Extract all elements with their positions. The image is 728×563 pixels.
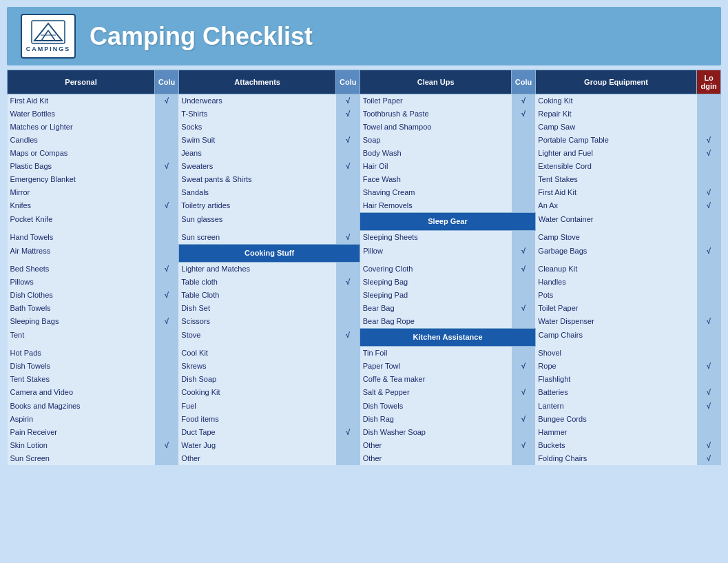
group-check[interactable] <box>697 426 721 439</box>
attach-check[interactable] <box>336 413 360 426</box>
cleanup-check[interactable] <box>512 173 536 186</box>
cleanup-check[interactable]: √ <box>512 263 536 276</box>
personal-check[interactable] <box>155 386 179 399</box>
group-check[interactable] <box>697 108 721 121</box>
attach-check[interactable] <box>336 400 360 413</box>
attach-check[interactable] <box>336 121 360 134</box>
cleanup-check[interactable] <box>512 289 536 302</box>
personal-check[interactable] <box>155 452 179 465</box>
group-check[interactable]: √ <box>697 199 721 213</box>
personal-check[interactable] <box>155 108 179 121</box>
cleanup-check[interactable] <box>512 134 536 147</box>
group-check[interactable] <box>697 231 721 245</box>
personal-check[interactable] <box>155 213 179 231</box>
personal-check[interactable] <box>155 373 179 386</box>
cleanup-check[interactable]: √ <box>512 439 536 452</box>
group-check[interactable] <box>697 94 721 108</box>
cleanup-check[interactable] <box>512 121 536 134</box>
personal-check[interactable] <box>155 245 179 263</box>
group-check[interactable] <box>697 329 721 347</box>
personal-check[interactable] <box>155 276 179 289</box>
personal-check[interactable] <box>155 134 179 147</box>
cleanup-check[interactable] <box>512 147 536 160</box>
group-check[interactable] <box>697 302 721 315</box>
personal-check[interactable]: √ <box>155 160 179 173</box>
personal-check[interactable] <box>155 121 179 134</box>
attach-check[interactable]: √ <box>336 426 360 439</box>
personal-check[interactable]: √ <box>155 263 179 276</box>
attach-check[interactable] <box>336 173 360 186</box>
group-check[interactable]: √ <box>697 315 721 329</box>
group-check[interactable] <box>697 173 721 186</box>
personal-check[interactable] <box>155 413 179 426</box>
group-check[interactable] <box>697 347 721 360</box>
group-check[interactable]: √ <box>697 134 721 147</box>
group-check[interactable] <box>697 289 721 302</box>
cleanup-check[interactable] <box>512 160 536 173</box>
group-check[interactable]: √ <box>697 360 721 373</box>
group-check[interactable] <box>697 276 721 289</box>
attach-check[interactable] <box>336 199 360 213</box>
cleanup-check[interactable]: √ <box>512 108 536 121</box>
attach-check[interactable]: √ <box>336 94 360 108</box>
personal-check[interactable]: √ <box>155 289 179 302</box>
group-check[interactable]: √ <box>697 186 721 199</box>
personal-check[interactable] <box>155 329 179 347</box>
personal-check[interactable] <box>155 173 179 186</box>
personal-check[interactable] <box>155 426 179 439</box>
group-check[interactable]: √ <box>697 147 721 160</box>
cleanup-check[interactable] <box>512 231 536 245</box>
attach-check[interactable] <box>336 147 360 160</box>
attach-check[interactable] <box>336 302 360 315</box>
cleanup-check[interactable]: √ <box>512 360 536 373</box>
attach-check[interactable] <box>336 373 360 386</box>
personal-check[interactable]: √ <box>155 439 179 452</box>
group-check[interactable]: √ <box>697 245 721 263</box>
cleanup-check[interactable] <box>512 426 536 439</box>
cleanup-check[interactable]: √ <box>512 302 536 315</box>
group-check[interactable] <box>697 263 721 276</box>
attach-check[interactable] <box>336 439 360 452</box>
personal-check[interactable] <box>155 302 179 315</box>
cleanup-check[interactable] <box>512 373 536 386</box>
group-check[interactable]: √ <box>697 439 721 452</box>
personal-check[interactable] <box>155 347 179 360</box>
cleanup-check[interactable]: √ <box>512 245 536 263</box>
group-check[interactable] <box>697 213 721 231</box>
group-check[interactable] <box>697 121 721 134</box>
cleanup-check[interactable] <box>512 400 536 413</box>
personal-check[interactable] <box>155 360 179 373</box>
personal-check[interactable]: √ <box>155 94 179 108</box>
cleanup-check[interactable] <box>512 276 536 289</box>
cleanup-check[interactable] <box>512 186 536 199</box>
attach-check[interactable]: √ <box>336 231 360 245</box>
cleanup-check[interactable]: √ <box>512 94 536 108</box>
attach-check[interactable]: √ <box>336 108 360 121</box>
group-check[interactable]: √ <box>697 400 721 413</box>
attach-check[interactable] <box>336 213 360 231</box>
attach-check[interactable]: √ <box>336 160 360 173</box>
personal-check[interactable]: √ <box>155 315 179 329</box>
cleanup-check[interactable] <box>512 452 536 465</box>
attach-check[interactable] <box>336 289 360 302</box>
cleanup-check[interactable] <box>512 315 536 329</box>
personal-check[interactable] <box>155 400 179 413</box>
attach-check[interactable]: √ <box>336 329 360 347</box>
cleanup-check[interactable]: √ <box>512 413 536 426</box>
personal-check[interactable] <box>155 186 179 199</box>
attach-check[interactable] <box>336 360 360 373</box>
group-check[interactable] <box>697 413 721 426</box>
attach-check[interactable]: √ <box>336 134 360 147</box>
group-check[interactable]: √ <box>697 386 721 399</box>
cleanup-check[interactable] <box>512 199 536 213</box>
personal-check[interactable]: √ <box>155 199 179 213</box>
attach-check[interactable] <box>336 386 360 399</box>
attach-check[interactable]: √ <box>336 276 360 289</box>
personal-check[interactable] <box>155 231 179 245</box>
group-check[interactable]: √ <box>697 452 721 465</box>
attach-check[interactable] <box>336 347 360 360</box>
attach-check[interactable] <box>336 315 360 329</box>
cleanup-check[interactable]: √ <box>512 386 536 399</box>
cleanup-check[interactable] <box>512 347 536 360</box>
group-check[interactable] <box>697 160 721 173</box>
